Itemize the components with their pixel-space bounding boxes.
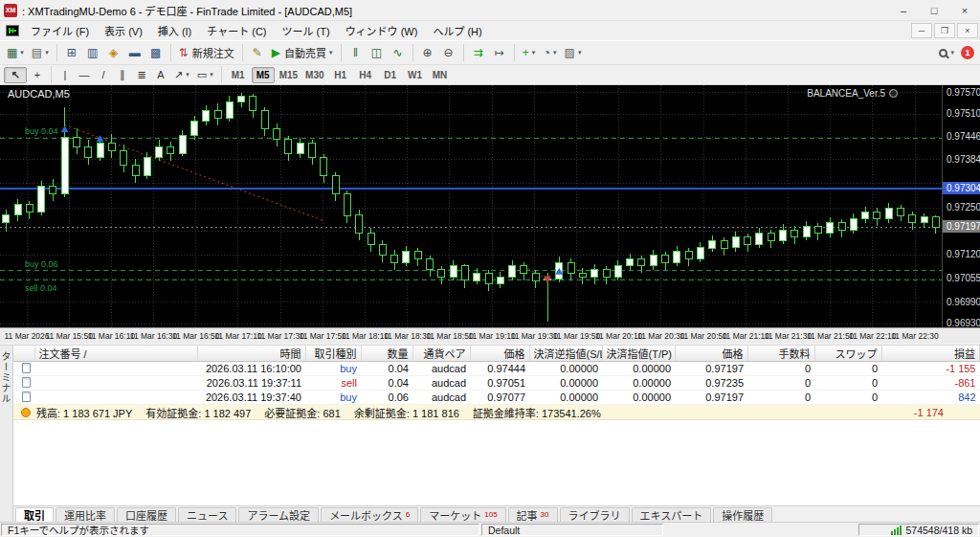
trendline-button[interactable]: /: [95, 67, 112, 83]
column-commission[interactable]: 手数料: [747, 346, 814, 362]
status-profile[interactable]: Default: [481, 524, 663, 536]
terminal-tab-trade[interactable]: 取引: [15, 507, 54, 522]
arrow-tool-button[interactable]: ↗▾: [171, 67, 192, 83]
timeframe-mn[interactable]: MN: [429, 67, 452, 83]
balance-segment: 残高: 1 183 671 JPY: [36, 408, 132, 419]
chart-shift-button[interactable]: ↦: [490, 43, 509, 62]
chevron-down-icon[interactable]: ▾: [578, 49, 582, 56]
profiles-button[interactable]: ▤▾: [29, 43, 52, 62]
candle-chart-button[interactable]: ◫: [368, 43, 387, 62]
time-axis[interactable]: 11 Mar 202611 Mar 15:5011 Mar 16:1011 Ma…: [0, 327, 980, 343]
crosshair-button[interactable]: +: [29, 67, 46, 83]
zoom-out-button[interactable]: ⊖: [439, 43, 458, 62]
timeframe-d1[interactable]: D1: [379, 67, 402, 83]
timeframe-h1[interactable]: H1: [329, 67, 352, 83]
auto-scroll-button[interactable]: ⇉: [469, 43, 488, 62]
chevron-down-icon[interactable]: ▾: [20, 49, 24, 56]
column-time[interactable]: 時間: [197, 346, 305, 362]
timeframe-h4[interactable]: H4: [354, 67, 377, 83]
chevron-down-icon[interactable]: ▾: [553, 49, 557, 56]
terminal-tab-experts[interactable]: エキスパート: [632, 507, 712, 522]
timeframe-w1[interactable]: W1: [404, 67, 427, 83]
column-profit[interactable]: 損益: [881, 346, 980, 362]
chevron-down-icon[interactable]: ▾: [950, 49, 954, 56]
horizontal-line-button[interactable]: —: [76, 67, 93, 83]
column-swap[interactable]: スワップ: [814, 346, 881, 362]
notification-badge[interactable]: 1: [961, 46, 974, 59]
terminal-side-tab[interactable]: ターミナル: [0, 346, 13, 522]
templates-button[interactable]: ▨▾: [562, 43, 585, 62]
close-button[interactable]: ×: [949, 0, 980, 21]
minimize-button[interactable]: –: [888, 0, 919, 21]
column-tp[interactable]: 決済指値(T/P): [602, 346, 675, 362]
menu-item-view[interactable]: 表示 (V): [97, 24, 150, 39]
chevron-down-icon[interactable]: ▾: [45, 49, 49, 56]
new-order-button[interactable]: ⇅新規注文: [176, 43, 237, 62]
terminal-tab-library[interactable]: ライブラリ: [560, 507, 630, 522]
vertical-line-button[interactable]: |: [56, 67, 74, 83]
cell-tp: 0.00000: [602, 376, 675, 391]
terminal-tab-history[interactable]: 口座履歴: [117, 507, 176, 522]
order-row[interactable]: 2026.03.11 19:37:40buy0.06audcad0.970770…: [13, 391, 980, 405]
chevron-down-icon[interactable]: ▾: [210, 71, 213, 78]
menu-item-help[interactable]: ヘルプ (H): [425, 24, 489, 39]
chart-area[interactable]: AUDCAD,M5 BALANCEA_Ver.5 buy 0.04buy 0.0…: [0, 85, 980, 343]
column-type[interactable]: 取引種別: [305, 346, 361, 362]
mdi-restore-button[interactable]: ❐: [934, 23, 955, 38]
periods-button[interactable]: ◔▾: [541, 43, 560, 62]
column-sl[interactable]: 決済逆指値(S/L): [529, 346, 602, 362]
timeframe-m5[interactable]: M5: [252, 67, 275, 83]
menu-item-tools[interactable]: ツール (T): [275, 24, 338, 39]
mdi-close-button[interactable]: ×: [957, 23, 978, 38]
terminal-tab-exposure[interactable]: 運用比率: [56, 507, 115, 522]
status-connection[interactable]: 574548/418 kb: [858, 524, 979, 536]
timeframe-m15[interactable]: M15: [277, 67, 301, 83]
bar-chart-button[interactable]: ‖: [346, 43, 366, 62]
column-order[interactable]: 注文番号 /: [34, 346, 197, 362]
timeframe-m1[interactable]: M1: [227, 67, 250, 83]
mdi-minimize-button[interactable]: ─: [911, 23, 932, 38]
order-row[interactable]: 2026.03.11 16:10:00buy0.04audcad0.974440…: [13, 362, 980, 376]
column-symbol[interactable]: 通貨ペア: [412, 346, 470, 362]
indicators-button[interactable]: +▾: [520, 43, 539, 62]
terminal-tab-articles[interactable]: 記事30: [508, 507, 558, 522]
cursor-button[interactable]: ↖: [4, 67, 27, 83]
navigator-button[interactable]: ◈: [104, 43, 123, 62]
strategy-tester-button[interactable]: ▩: [146, 43, 166, 62]
line-chart-button[interactable]: ∿: [389, 43, 408, 62]
terminal-panel-button[interactable]: ▬: [125, 43, 145, 62]
data-window-button[interactable]: ▥: [83, 43, 102, 62]
candlestick-chart[interactable]: [0, 85, 942, 327]
channel-button[interactable]: ∥: [114, 67, 131, 83]
column-price_current[interactable]: 価格: [675, 346, 747, 362]
timeframe-m30[interactable]: M30: [302, 67, 326, 83]
order-row[interactable]: 2026.03.11 19:37:11sell0.04audcad0.97051…: [13, 376, 980, 391]
terminal-tab-market[interactable]: マーケット105: [420, 507, 505, 522]
shapes-button[interactable]: ▭▾: [194, 67, 216, 83]
column-price_open[interactable]: 価格: [470, 346, 529, 362]
text-button[interactable]: A: [152, 67, 169, 83]
market-watch-button[interactable]: ⊞: [62, 43, 81, 62]
terminal-tab-journal[interactable]: 操作履歴: [713, 507, 772, 522]
new-chart-button[interactable]: ▦▾: [4, 43, 27, 62]
zoom-in-icon: ⊕: [423, 47, 433, 58]
column-volume[interactable]: 数量: [361, 346, 412, 362]
fibonacci-button[interactable]: ≣: [133, 67, 150, 83]
metaeditor-button[interactable]: ✎: [248, 43, 267, 62]
chevron-down-icon[interactable]: ▾: [532, 49, 536, 56]
zoom-in-button[interactable]: ⊕: [418, 43, 437, 62]
menu-item-charts[interactable]: チャート (C): [199, 24, 274, 39]
menu-item-file[interactable]: ファイル (F): [23, 24, 97, 39]
algo-trading-button[interactable]: ▶自動売買▾: [269, 43, 336, 62]
chevron-down-icon[interactable]: ▾: [186, 71, 189, 78]
chevron-down-icon[interactable]: ▾: [329, 49, 333, 56]
terminal-tab-mailbox[interactable]: メールボックス6: [321, 507, 418, 522]
price-axis[interactable]: 0.975700.975100.974460.973840.972500.971…: [942, 85, 980, 327]
search-button[interactable]: ▾: [936, 43, 957, 62]
maximize-button[interactable]: □: [919, 0, 949, 21]
menu-item-window[interactable]: ウィンドウ (W): [338, 24, 426, 39]
terminal-tab-news[interactable]: ニュース: [178, 507, 236, 522]
terminal-tab-alarms[interactable]: アラーム設定: [238, 507, 319, 522]
menu-item-insert[interactable]: 挿入 (I): [150, 24, 199, 39]
time-axis-label: 11 Mar 19:30: [511, 331, 558, 341]
